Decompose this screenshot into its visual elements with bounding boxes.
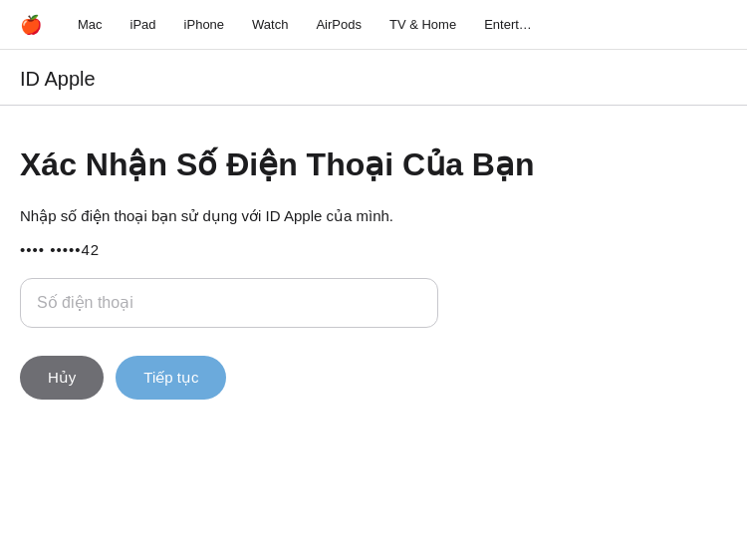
breadcrumb-label: ID Apple — [20, 68, 96, 90]
nav-item-iphone[interactable]: iPhone — [170, 17, 238, 32]
nav-item-mac[interactable]: Mac — [64, 17, 117, 32]
apple-logo-icon[interactable]: 🍎 — [20, 14, 42, 36]
nav-menu: Mac iPad iPhone Watch AirPods TV & Home … — [64, 17, 546, 32]
nav-item-airpods[interactable]: AirPods — [302, 17, 375, 32]
button-row: Hủy Tiếp tục — [20, 356, 578, 400]
nav-item-tv-home[interactable]: TV & Home — [375, 17, 470, 32]
phone-input[interactable] — [20, 278, 438, 328]
continue-button[interactable]: Tiếp tục — [116, 356, 226, 400]
cancel-button[interactable]: Hủy — [20, 356, 104, 400]
nav-item-ipad[interactable]: iPad — [117, 17, 170, 32]
breadcrumb-bar: ID Apple — [0, 50, 747, 106]
nav-item-entertainment[interactable]: Entert… — [470, 17, 546, 32]
description-text: Nhập số điện thoại bạn sử dụng với ID Ap… — [20, 207, 578, 225]
masked-phone-number: •••• •••••42 — [20, 241, 578, 258]
phone-input-wrapper — [20, 278, 438, 328]
nav-item-watch[interactable]: Watch — [238, 17, 302, 32]
main-nav: 🍎 Mac iPad iPhone Watch AirPods TV & Hom… — [0, 0, 747, 50]
page-title: Xác Nhận Số Điện Thoại Của Bạn — [20, 145, 578, 183]
main-content: Xác Nhận Số Điện Thoại Của Bạn Nhập số đ… — [0, 106, 598, 439]
